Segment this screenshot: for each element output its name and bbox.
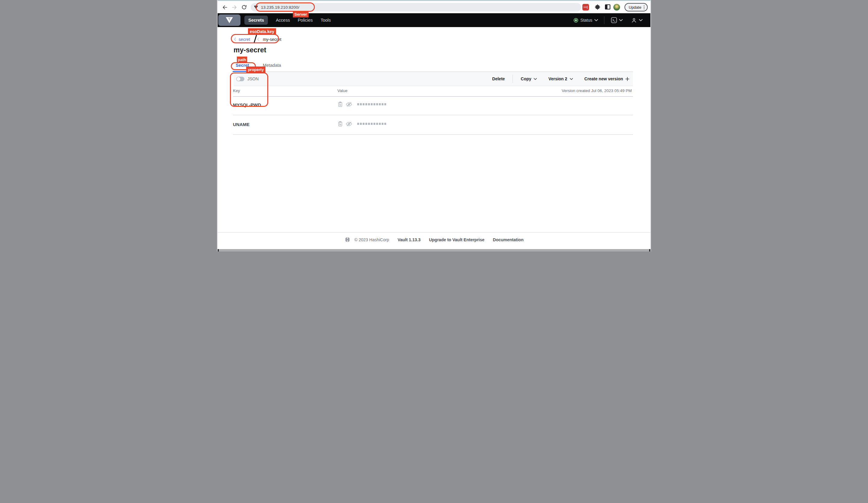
delete-button[interactable]: Delete xyxy=(492,76,505,81)
chevron-down-icon xyxy=(534,78,537,80)
chevron-down-icon xyxy=(570,78,573,80)
back-arrow-icon xyxy=(222,4,228,10)
create-new-version-button[interactable]: Create new version xyxy=(585,76,629,81)
page-title: my-secret xyxy=(234,46,266,54)
breadcrumb-chevron-icon xyxy=(233,37,237,41)
vault-navbar: Secrets Access Policies Tools Status xyxy=(218,13,650,27)
refresh-icon xyxy=(241,4,247,10)
browser-back-button[interactable] xyxy=(221,3,228,11)
main-content: secret my-secret my-secret Secret Metada… xyxy=(218,27,650,249)
status-green-dot-icon xyxy=(574,18,578,23)
browser-update-button[interactable]: Update xyxy=(624,3,648,11)
secret-key-name: UNAME xyxy=(233,122,249,127)
browser-refresh-button[interactable] xyxy=(240,3,248,11)
tab-secret[interactable]: Secret xyxy=(236,63,249,68)
table-row: UNAME xyxy=(233,116,633,135)
side-panel-icon[interactable] xyxy=(604,4,611,10)
copy-label: Copy xyxy=(521,76,531,81)
reveal-value-icon[interactable] xyxy=(346,122,352,126)
json-toggle-label: JSON xyxy=(247,76,259,81)
masked-value xyxy=(357,123,386,125)
nav-divider xyxy=(604,16,604,24)
url-text: 13.235.19.210:8200/ xyxy=(261,5,299,10)
window-bottom-edge xyxy=(218,249,650,251)
nav-item-policies[interactable]: Policies xyxy=(298,15,313,25)
breadcrumb-current: my-secret xyxy=(263,37,281,42)
user-dropdown[interactable] xyxy=(631,18,643,23)
vault-nav-items: Secrets Access Policies Tools xyxy=(245,15,331,25)
column-header-value: Value xyxy=(338,88,348,93)
secret-toolbar: JSON Delete Copy Version 2 Create new ve… xyxy=(234,72,633,86)
masked-value xyxy=(357,103,386,105)
browser-window: 13.235.19.210:8200/ •••| Update xyxy=(217,0,651,251)
browser-profile-avatar[interactable] xyxy=(613,4,620,11)
copy-value-icon[interactable] xyxy=(338,101,343,107)
vault-logo[interactable] xyxy=(218,14,240,26)
footer-copyright: © 2023 HashiCorp xyxy=(354,237,389,242)
terminal-icon xyxy=(611,17,617,23)
plus-icon xyxy=(626,77,629,81)
person-icon xyxy=(631,18,637,23)
footer-documentation-link[interactable]: Documentation xyxy=(493,237,524,242)
password-manager-extension-icon[interactable]: •••| xyxy=(582,4,589,11)
extensions-puzzle-icon[interactable] xyxy=(595,4,600,10)
footer-upgrade-link[interactable]: Upgrade to Vault Enterprise xyxy=(429,237,484,242)
version-created-text: Version created Jul 06, 2023 05:49 PM xyxy=(561,88,632,93)
column-header-key: Key xyxy=(233,88,240,93)
console-dropdown[interactable] xyxy=(611,17,623,23)
chevron-down-icon xyxy=(595,19,598,21)
create-new-version-label: Create new version xyxy=(585,76,623,81)
hashicorp-logo-icon xyxy=(344,237,350,242)
nav-item-secrets[interactable]: Secrets xyxy=(245,15,268,25)
secret-key-name: MYSQL-PWD xyxy=(233,102,261,107)
vault-logo-icon xyxy=(225,17,233,23)
reveal-value-icon[interactable] xyxy=(346,102,352,107)
table-row: MYSQL-PWD xyxy=(233,96,633,115)
version-dropdown[interactable]: Version 2 xyxy=(548,76,573,81)
browser-chrome: 13.235.19.210:8200/ •••| Update xyxy=(218,1,650,13)
secret-value-cell xyxy=(338,101,386,107)
breadcrumb: secret my-secret xyxy=(233,35,281,43)
toolbar-divider xyxy=(513,75,513,83)
row-divider xyxy=(233,115,633,115)
vault-nav-right: Status xyxy=(574,16,643,24)
chevron-down-icon xyxy=(619,19,623,21)
status-label: Status xyxy=(580,18,592,23)
json-toggle[interactable] xyxy=(236,77,245,81)
footer-vault-version: Vault 1.13.3 xyxy=(397,237,421,242)
forward-arrow-icon xyxy=(231,4,237,10)
copy-value-icon[interactable] xyxy=(338,121,343,127)
browser-menu-icon[interactable] xyxy=(644,7,644,8)
footer: © 2023 HashiCorp Vault 1.13.3 Upgrade to… xyxy=(218,237,650,242)
breadcrumb-chevron-icon xyxy=(256,37,260,41)
breadcrumb-link-secret[interactable]: secret xyxy=(239,37,250,42)
status-dropdown[interactable]: Status xyxy=(574,18,598,23)
version-label: Version 2 xyxy=(548,76,567,81)
secret-value-cell xyxy=(338,121,386,127)
tabs: Secret Metadata xyxy=(236,63,281,68)
vault-favicon xyxy=(254,6,258,9)
toolbar-actions: Delete Copy Version 2 Create new version xyxy=(492,75,629,83)
nav-item-tools[interactable]: Tools xyxy=(321,15,331,25)
tab-metadata[interactable]: Metadata xyxy=(263,63,281,68)
update-label: Update xyxy=(629,5,641,10)
chevron-down-icon xyxy=(639,19,643,21)
copy-dropdown[interactable]: Copy xyxy=(521,76,537,81)
nav-item-access[interactable]: Access xyxy=(276,15,290,25)
browser-forward-button[interactable] xyxy=(230,3,238,11)
url-bar[interactable]: 13.235.19.210:8200/ xyxy=(251,3,581,11)
